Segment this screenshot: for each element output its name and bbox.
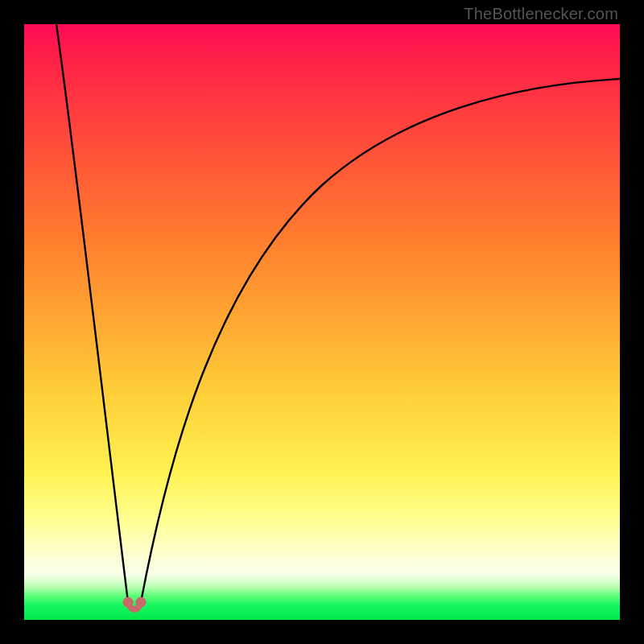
watermark-text: TheBottlenecker.com bbox=[464, 5, 618, 23]
chart-svg bbox=[24, 24, 620, 620]
curve-right-branch bbox=[141, 79, 620, 602]
valley-marker bbox=[123, 597, 147, 610]
curve-left-branch bbox=[56, 24, 128, 602]
plot-area bbox=[24, 24, 620, 620]
chart-frame: TheBottlenecker.com bbox=[0, 0, 644, 644]
